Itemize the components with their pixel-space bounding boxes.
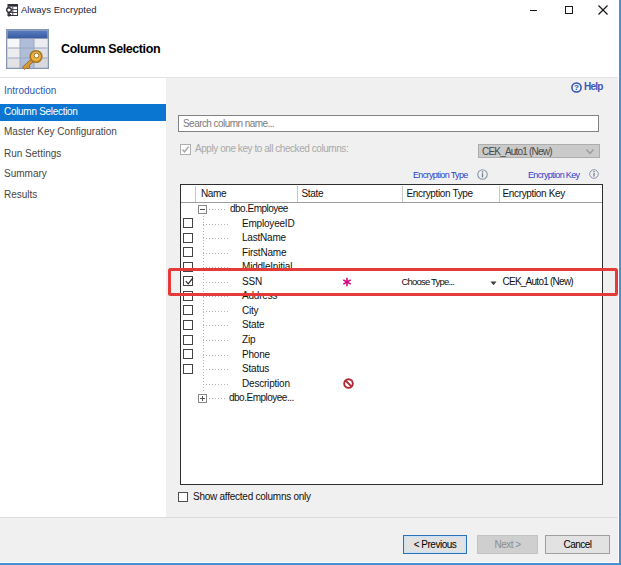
svg-text:?: ? <box>574 83 579 92</box>
